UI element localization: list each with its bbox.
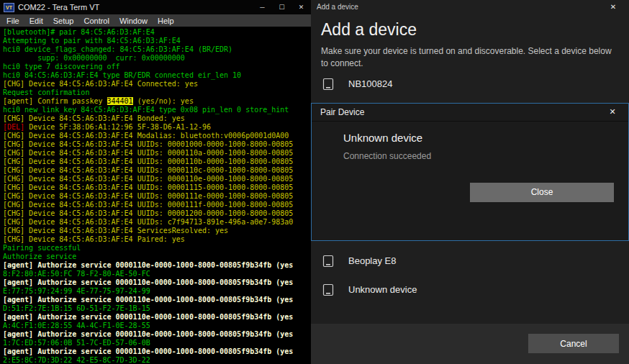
- terminal-line: 1:7C:ED:57:06:0B 51-7C-ED-57-06-0B: [3, 339, 311, 347]
- device-icon: [321, 77, 335, 91]
- device-list-bottom: Beoplay E8Unknown device: [311, 247, 629, 304]
- terminal-line: [agent] Authorize service 0000110e-0000-…: [3, 261, 311, 270]
- screen: VT COM22 - Tera Term VT ─ ☐ ✕ FileEditSe…: [0, 0, 629, 364]
- cancel-button[interactable]: Cancel: [528, 334, 619, 353]
- terminal-line: supp: 0x00000000 curr: 0x00000000: [3, 54, 311, 63]
- device-icon: [321, 283, 335, 297]
- terminal-line: [agent] Authorize service 0000110e-0000-…: [3, 296, 311, 304]
- menu-item-file[interactable]: File: [1, 17, 24, 25]
- device-name: Beoplay E8: [348, 255, 397, 266]
- terminal-line: [agent] Authorize service 0000110e-0000-…: [3, 278, 311, 287]
- terminal-line: [CHG] Device 84:C5:A6:D3:AF:E4 UUIDs: 00…: [3, 140, 311, 149]
- device-name: Unknown device: [348, 284, 417, 295]
- terminal-line: hci0 new_link_key 84:C5:A6:D3:AF:E4 type…: [3, 106, 311, 114]
- terminal-line: [CHG] Device 84:C5:A6:D3:AF:E4 UUIDs: 00…: [3, 158, 311, 166]
- terminal-line: [CHG] Device 84:C5:A6:D3:AF:E4 UUIDs: 00…: [3, 201, 311, 209]
- terminal-line: hci0 84:C5:A6:D3:AF:E4 type BR/EDR conne…: [3, 71, 311, 80]
- device-name: NB100824: [348, 78, 392, 89]
- terminal-line: [CHG] Device 84:C5:A6:D3:AF:E4 Connected…: [3, 80, 311, 88]
- dialog-description: Make sure your device is turned on and d…: [321, 45, 616, 70]
- terminal-line: [CHG] Device 84:C5:A6:D3:AF:E4 UUIDs: c7…: [3, 218, 311, 227]
- device-row-beoplay-e8[interactable]: Beoplay E8: [311, 247, 629, 276]
- device-row-nb100824[interactable]: NB100824: [311, 70, 629, 99]
- terminal-line: 8:F2:80:AE:50:FC 78-F2-80-AE-50-FC: [3, 270, 311, 278]
- terminal-line: [CHG] Device 84:C5:A6:D3:AF:E4 UUIDs: 00…: [3, 166, 311, 175]
- tera-term-window: VT COM22 - Tera Term VT ─ ☐ ✕ FileEditSe…: [0, 0, 311, 364]
- pair-panel-body: Unknown device Connection succeeded Clos…: [312, 122, 628, 202]
- page-title: Add a device: [321, 20, 629, 40]
- terminal-line: Pairing successful: [3, 244, 311, 252]
- menu-item-setup[interactable]: Setup: [48, 17, 79, 25]
- terminal-line: [bluetooth]# pair 84:C5:A6:D3:AF:E4: [3, 28, 311, 37]
- terminal-line: Attempting to pair with 84:C5:A6:D3:AF:E…: [3, 37, 311, 45]
- menu-item-control[interactable]: Control: [78, 17, 114, 25]
- terminal-line: [CHG] Device 84:C5:A6:D3:AF:E4 ServicesR…: [3, 227, 311, 235]
- terminal-line: [CHG] Device 84:C5:A6:D3:AF:E4 UUIDs: 00…: [3, 209, 311, 218]
- close-button[interactable]: Close: [470, 183, 614, 202]
- tera-term-app-icon: VT: [4, 3, 14, 12]
- device-list-top: NB100824: [311, 70, 629, 99]
- terminal-titlebar: VT COM22 - Tera Term VT ─ ☐ ✕: [0, 0, 311, 14]
- maximize-icon[interactable]: ☐: [272, 0, 291, 14]
- menu-item-help[interactable]: Help: [153, 17, 179, 25]
- terminal-line: [agent] Authorize service 0000110e-0000-…: [3, 330, 311, 339]
- terminal-window-title: COM22 - Tera Term VT: [18, 3, 99, 12]
- menu-bar: FileEditSetupControlWindowHelp: [0, 14, 311, 27]
- paired-device-name: Unknown device: [343, 132, 614, 144]
- terminal-line: hci0 device_flags_changed: 84:C5:A6:D3:A…: [3, 45, 311, 54]
- terminal-output[interactable]: [bluetooth]# pair 84:C5:A6:D3:AF:E4Attem…: [0, 27, 311, 364]
- terminal-line: [CHG] Device 84:C5:A6:D3:AF:E4 Bonded: y…: [3, 114, 311, 123]
- terminal-line: hci0 type 7 discovering off: [3, 63, 311, 71]
- terminal-line: [CHG] Device 84:C5:A6:D3:AF:E4 Paired: y…: [3, 235, 311, 244]
- terminal-line: Authorize service: [3, 252, 311, 261]
- terminal-line: 2:E5:8C:7D:3D:22 42-E5-8C-7D-3D-22: [3, 356, 311, 364]
- terminal-line: [CHG] Device 84:C5:A6:D3:AF:E4 UUIDs: 00…: [3, 149, 311, 158]
- minimize-icon[interactable]: ─: [253, 0, 272, 14]
- add-device-dialog: Add a device ✕ Add a device Make sure yo…: [311, 0, 629, 364]
- dialog-close-icon[interactable]: ✕: [597, 0, 629, 13]
- terminal-line: D:51:F2:7E:1B:15 6D-51-F2-7E-1B-15: [3, 304, 311, 313]
- device-icon: [321, 254, 335, 268]
- dialog-titlebar: Add a device ✕: [311, 0, 629, 13]
- terminal-line: [agent] Confirm passkey 344401 (yes/no):…: [3, 97, 311, 106]
- pair-panel-title: Pair Device: [320, 107, 364, 117]
- terminal-line: [CHG] Device 84:C5:A6:D3:AF:E4 UUIDs: 00…: [3, 183, 311, 192]
- dialog-titlebar-title: Add a device: [311, 3, 358, 11]
- terminal-line: E:77:75:97:24:99 4E-77-75-97-24-99: [3, 287, 311, 296]
- terminal-line: [CHG] Device 84:C5:A6:D3:AF:E4 UUIDs: 00…: [3, 192, 311, 201]
- dialog-bottom-bar: Cancel: [311, 324, 629, 364]
- terminal-line: [DEL] Device 5F:38:D6:A1:12:96 5F-38-D6-…: [3, 123, 311, 132]
- terminal-line: [agent] Authorize service 0000110e-0000-…: [3, 313, 311, 322]
- close-icon[interactable]: ✕: [291, 0, 311, 14]
- terminal-line: [agent] Authorize service 0000110e-0000-…: [3, 347, 311, 356]
- terminal-line: Request confirmation: [3, 88, 311, 97]
- pair-device-panel: Pair Device ✕ Unknown device Connection …: [311, 103, 629, 241]
- pair-panel-header: Pair Device ✕: [312, 104, 628, 122]
- menu-item-window[interactable]: Window: [114, 17, 153, 25]
- terminal-line: [CHG] Device 84:C5:A6:D3:AF:E4 UUIDs: 00…: [3, 175, 311, 183]
- pair-panel-close-icon[interactable]: ✕: [605, 107, 620, 117]
- menu-item-edit[interactable]: Edit: [24, 17, 48, 25]
- device-row-unknown-device[interactable]: Unknown device: [311, 276, 629, 304]
- pair-status-text: Connection succeeded: [343, 151, 614, 161]
- terminal-window-controls: ─ ☐ ✕: [253, 0, 311, 14]
- terminal-line: A:4C:F1:0E:28:55 4A-4C-F1-0E-28-55: [3, 322, 311, 330]
- terminal-line: [CHG] Device 84:C5:A6:D3:AF:E4 Modalias:…: [3, 132, 311, 140]
